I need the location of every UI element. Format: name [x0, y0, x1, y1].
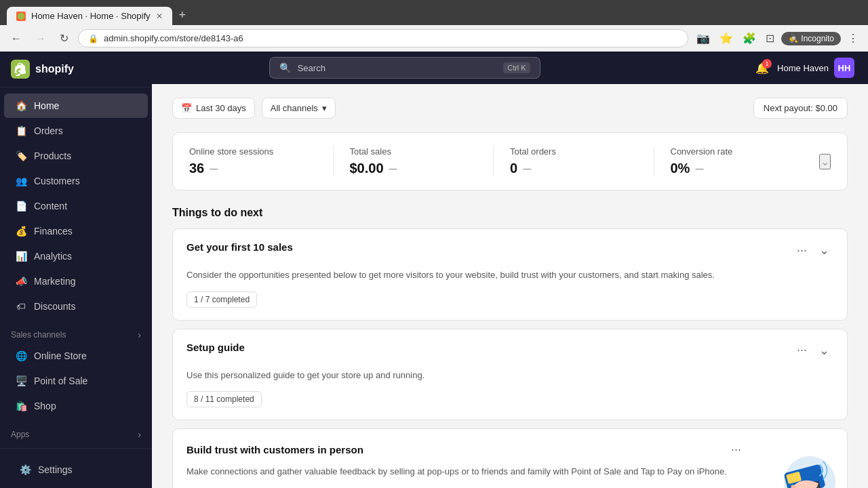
customers-icon: 👥 [15, 175, 27, 187]
sidebar-item-shop[interactable]: 🛍️ Shop [4, 394, 148, 418]
sidebar-item-marketing[interactable]: 📣 Marketing [4, 269, 148, 293]
calendar-icon: 📅 [181, 103, 192, 113]
address-bar[interactable]: 🔒 admin.shopify.com/store/de8143-a6 [78, 29, 688, 47]
incognito-label: Incognito [801, 34, 834, 43]
stat-conversion-change: — [695, 164, 703, 174]
marketing-icon: 📣 [15, 275, 27, 287]
stat-conversion-value: 0% — [671, 161, 814, 176]
sidebar-item-orders[interactable]: 📋 Orders [4, 119, 148, 143]
bookmark-button[interactable]: ⭐ [717, 29, 736, 47]
stat-sessions: Online store sessions 36 — [189, 146, 333, 176]
active-tab[interactable]: Home Haven · Home · Shopify ✕ [7, 7, 172, 25]
apps-expand-icon[interactable]: › [138, 429, 141, 440]
browser-chrome: Home Haven · Home · Shopify ✕ + [0, 0, 868, 25]
filters-bar: 📅 Last 30 days All channels ▾ Next payou… [172, 98, 848, 119]
sidebar-item-analytics[interactable]: 📊 Analytics [4, 244, 148, 268]
sidebar-item-customers[interactable]: 👥 Customers [4, 169, 148, 193]
sidebar-item-label: Marketing [34, 276, 75, 287]
search-bar[interactable]: 🔍 Search Ctrl K [269, 57, 540, 79]
page-content: 📅 Last 30 days All channels ▾ Next payou… [152, 84, 868, 488]
shopify-logo[interactable]: shopify [11, 60, 74, 79]
pos-illustration [766, 448, 840, 488]
camera-off-button[interactable]: 📷 [694, 29, 713, 47]
tab-close-button[interactable]: ✕ [156, 12, 163, 21]
store-info[interactable]: Home Haven HH [777, 58, 854, 78]
address-text: admin.shopify.com/store/de8143-a6 [104, 33, 243, 43]
task-card-build-trust: Build trust with customers in person ···… [172, 428, 848, 488]
task-more-options-button[interactable]: ··· [793, 242, 811, 259]
sidebar-item-label: Point of Sale [34, 375, 87, 386]
shop-icon: 🛍️ [15, 400, 27, 412]
extension-button[interactable]: 🧩 [740, 29, 759, 47]
task-card-first-sales-header: Get your first 10 sales ··· ⌄ [173, 229, 847, 268]
sidebar-item-point-of-sale[interactable]: 🖥️ Point of Sale [4, 369, 148, 393]
sales-channels-expand-icon[interactable]: › [138, 329, 141, 340]
task-expand-button[interactable]: ⌄ [815, 241, 833, 259]
stats-expand-button[interactable]: ⌄ [819, 154, 831, 169]
sidebar: shopify 🏠 Home 📋 Orders 🏷️ Products 👥 Cu… [0, 52, 152, 488]
date-range-filter[interactable]: 📅 Last 30 days [172, 98, 255, 119]
stat-sessions-label: Online store sessions [189, 146, 333, 157]
sidebar-item-content[interactable]: 📄 Content [4, 194, 148, 218]
notification-badge: 1 [762, 59, 772, 68]
forward-button[interactable]: → [31, 30, 50, 47]
analytics-icon: 📊 [15, 250, 27, 262]
home-icon: 🏠 [15, 100, 27, 112]
sales-channels-label: Sales channels [11, 330, 66, 340]
sidebar-item-label: Shop [34, 401, 56, 411]
setup-expand-button[interactable]: ⌄ [815, 342, 833, 359]
browser-tabs: Home Haven · Home · Shopify ✕ + [7, 5, 861, 25]
task-card-first-sales-desc: Consider the opportunities presented bel… [173, 268, 847, 291]
settings-icon: ⚙️ [19, 464, 31, 476]
stat-orders-change: — [523, 164, 531, 174]
shopify-brand-name: shopify [35, 63, 74, 75]
task-card-setup-guide-title: Setup guide [186, 342, 786, 353]
browser-nav-bar: ← → ↻ 🔒 admin.shopify.com/store/de8143-a… [0, 25, 868, 52]
setup-guide-progress-badge: 8 / 11 completed [186, 391, 262, 407]
sidebar-item-products[interactable]: 🏷️ Products [4, 144, 148, 168]
trust-more-options-button[interactable]: ··· [727, 441, 745, 458]
sidebar-header: shopify [0, 52, 152, 87]
stat-sales-label: Total sales [350, 146, 494, 157]
browser-actions: 📷 ⭐ 🧩 ⊡ 🕵️ Incognito ⋮ [694, 29, 861, 47]
back-button[interactable]: ← [7, 30, 26, 47]
multiwindow-button[interactable]: ⊡ [763, 29, 777, 47]
browser-menu-button[interactable]: ⋮ [845, 29, 861, 47]
task-card-setup-guide-header: Setup guide ··· ⌄ [173, 329, 847, 369]
stat-conversion-label: Conversion rate [671, 146, 814, 157]
notifications-button[interactable]: 🔔 1 [755, 62, 769, 75]
task-card-build-trust-inner: Build trust with customers in person ···… [173, 429, 847, 488]
incognito-badge: 🕵️ Incognito [781, 32, 841, 45]
sidebar-item-discounts[interactable]: 🏷 Discounts [4, 294, 148, 319]
sales-channels-section: Sales channels › [0, 324, 152, 343]
content-icon: 📄 [15, 200, 27, 212]
lock-icon: 🔒 [88, 34, 98, 43]
discounts-icon: 🏷 [15, 300, 27, 312]
task-card-first-sales: Get your first 10 sales ··· ⌄ Consider t… [172, 228, 848, 321]
apps-label: Apps [11, 430, 29, 439]
sidebar-item-label: Customers [34, 176, 80, 186]
task-card-build-trust-actions: ··· [727, 441, 745, 458]
sidebar-item-home[interactable]: 🏠 Home [4, 94, 148, 118]
date-range-label: Last 30 days [196, 103, 246, 113]
sidebar-item-finances[interactable]: 💰 Finances [4, 219, 148, 243]
new-tab-button[interactable]: + [174, 5, 192, 25]
finances-icon: 💰 [15, 225, 27, 237]
task-card-build-trust-desc: Make connections and gather valuable fee… [186, 465, 745, 488]
sidebar-footer: ⚙️ Settings [0, 448, 152, 488]
orders-icon: 📋 [15, 125, 27, 137]
stat-sessions-change: — [210, 164, 218, 174]
sidebar-item-label: Home [34, 100, 59, 111]
tab-favicon [16, 12, 26, 21]
channel-filter[interactable]: All channels ▾ [262, 98, 336, 119]
sidebar-item-label: Orders [34, 125, 63, 136]
stat-sales-change: — [389, 164, 397, 174]
app-container: shopify 🏠 Home 📋 Orders 🏷️ Products 👥 Cu… [0, 52, 868, 488]
refresh-button[interactable]: ↻ [56, 29, 73, 47]
sidebar-item-online-store[interactable]: 🌐 Online Store [4, 344, 148, 368]
setup-more-options-button[interactable]: ··· [793, 342, 811, 359]
stat-sales-value: $0.00 — [350, 161, 494, 176]
sidebar-item-settings[interactable]: ⚙️ Settings [8, 458, 144, 482]
sidebar-item-label: Discounts [34, 301, 75, 312]
sidebar-item-label: Finances [34, 226, 73, 237]
